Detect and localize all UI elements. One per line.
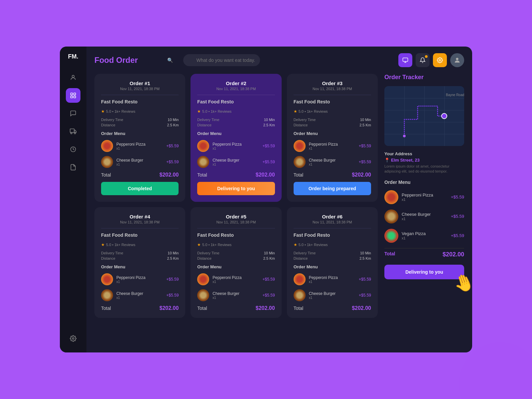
menu-item-qty-2: x1 bbox=[212, 296, 259, 300]
total-label: Total bbox=[294, 306, 304, 311]
notification-button[interactable] bbox=[416, 53, 430, 67]
menu-item-2: Cheese Burger x1 +$5.59 bbox=[101, 289, 179, 301]
right-menu-qty-2: x1 bbox=[402, 217, 448, 221]
order-6-total: Total $202.00 bbox=[294, 305, 371, 311]
delivery-time-value: 10 Min bbox=[360, 251, 371, 255]
rating-value: 5.0 • 1k+ Reviews bbox=[202, 109, 231, 113]
delivery-time-value: 10 Min bbox=[168, 251, 179, 255]
right-panel: Order Tracker bbox=[384, 74, 464, 346]
sidebar-item-chat[interactable] bbox=[66, 106, 80, 121]
right-menu-price-3: +$5.59 bbox=[451, 233, 464, 238]
body-area: Order #1 Nov 11, 2021, 18:38 PM Fast Foo… bbox=[86, 74, 472, 352]
order-3-menu-title: Order Menu bbox=[294, 131, 371, 136]
star-icon: ★ bbox=[197, 109, 201, 114]
order-4-menu-title: Order Menu bbox=[101, 264, 179, 269]
order-1-header: Order #1 Nov 11, 2021, 18:38 PM bbox=[101, 80, 179, 91]
distance-label: Distance bbox=[294, 123, 308, 127]
menu-item: Pepperoni Pizza x1 +$5.59 bbox=[101, 273, 179, 285]
order-1-menu-title: Order Menu bbox=[101, 131, 179, 136]
avatar[interactable] bbox=[450, 53, 464, 67]
tracker-title: Order Tracker bbox=[384, 74, 464, 81]
distance-value: 2.5 Km bbox=[359, 256, 371, 260]
orders-row-2: Order #4 Nov 11, 2021, 18:38 PM Fast Foo… bbox=[94, 207, 378, 318]
star-icon: ★ bbox=[294, 242, 297, 247]
order-1-delivery: Delivery Time 10 Min Distance 2.5 Km bbox=[101, 118, 179, 127]
rating-value: 5.0 • 1k+ Reviews bbox=[106, 109, 135, 113]
svg-point-0 bbox=[72, 75, 74, 77]
menu-item-name: Pepperoni Pizza bbox=[309, 275, 355, 280]
main-content: Food Order 🔍 bbox=[86, 47, 472, 352]
sidebar-item-menu[interactable] bbox=[66, 160, 80, 175]
order-1-total: Total $202.00 bbox=[101, 172, 179, 178]
order-2-delivery: Delivery Time 10 Min Distance 2.5 Km bbox=[197, 118, 275, 127]
menu-item-name: Pepperoni Pizza bbox=[309, 142, 355, 147]
order-6-rating: ★ 5.0 • 1k+ Reviews bbox=[294, 242, 371, 247]
menu-item-qty-2: x1 bbox=[309, 163, 355, 166]
order-2-header: Order #2 Nov 11, 2021, 18:38 PM bbox=[197, 80, 275, 91]
right-burger-image bbox=[384, 209, 398, 223]
order-4-rating: ★ 5.0 • 1k+ Reviews bbox=[101, 242, 179, 247]
menu-item-name: Pepperoni Pizza bbox=[212, 142, 259, 147]
total-amount: $202.00 bbox=[256, 305, 275, 311]
sidebar-item-profile[interactable] bbox=[66, 70, 80, 85]
distance-label: Distance bbox=[294, 256, 308, 260]
order-2-title: Order #2 bbox=[197, 80, 275, 86]
burger-image bbox=[294, 156, 306, 168]
settings-button[interactable] bbox=[433, 53, 447, 67]
order-5-menu-title: Order Menu bbox=[197, 264, 275, 269]
burger-image bbox=[101, 156, 113, 168]
delivery-time-row: Delivery Time 10 Min bbox=[101, 118, 179, 122]
svg-point-9 bbox=[72, 338, 74, 339]
distance-row: Distance 2.5 Km bbox=[101, 123, 179, 127]
svg-rect-1 bbox=[71, 93, 73, 95]
right-menu-item-2: Cheese Burger x1 +$5.59 bbox=[384, 209, 464, 223]
app-logo: FM. bbox=[68, 53, 78, 60]
menu-item-price: +$5.59 bbox=[263, 277, 275, 282]
svg-point-14 bbox=[456, 58, 458, 60]
completed-button[interactable]: Completed bbox=[101, 182, 179, 195]
menu-item-2: Cheese Burger x1 +$5.59 bbox=[294, 156, 371, 168]
distance-label: Distance bbox=[101, 256, 115, 260]
burger-image bbox=[101, 289, 113, 301]
order-4-restaurant: Fast Food Resto bbox=[101, 232, 179, 238]
sidebar-item-orders[interactable] bbox=[66, 88, 80, 103]
distance-label: Distance bbox=[101, 123, 115, 127]
right-total-label: Total bbox=[384, 251, 395, 258]
order-6-date: Nov 11, 2021, 18:38 PM bbox=[294, 220, 371, 224]
right-menu-item-1: Pepperoni Pizza x1 +$5.59 bbox=[384, 190, 464, 204]
order-3-title: Order #3 bbox=[294, 80, 371, 86]
delivering-button[interactable]: Delivering to you bbox=[197, 182, 275, 195]
right-menu-item-3: Vegan Pizza x1 +$5.59 bbox=[384, 229, 464, 243]
delivery-time-row: Delivery Time 10 Min bbox=[294, 251, 371, 255]
order-5-rating: ★ 5.0 • 1k+ Reviews bbox=[197, 242, 275, 247]
search-input[interactable] bbox=[183, 54, 260, 66]
sidebar-item-delivery[interactable] bbox=[66, 124, 80, 139]
address-label: Your Address bbox=[384, 151, 464, 156]
sidebar-item-settings[interactable] bbox=[66, 331, 80, 346]
sidebar-item-history[interactable] bbox=[66, 142, 80, 157]
menu-item-qty: x1 bbox=[116, 280, 163, 284]
svg-point-16 bbox=[442, 113, 447, 119]
orders-area: Order #1 Nov 11, 2021, 18:38 PM Fast Foo… bbox=[94, 74, 378, 346]
star-icon: ★ bbox=[101, 242, 105, 247]
distance-row: Distance 2.5 Km bbox=[101, 256, 179, 260]
right-total-row: Total $202.00 bbox=[384, 248, 464, 258]
right-vegan-image bbox=[384, 229, 398, 243]
menu-item-price: +$5.59 bbox=[359, 144, 371, 148]
right-menu-qty-3: x1 bbox=[402, 236, 448, 240]
rating-value: 5.0 • 1k+ Reviews bbox=[299, 243, 328, 247]
map-container: Bayne Road bbox=[384, 86, 464, 146]
menu-item-qty-2: x1 bbox=[309, 296, 355, 300]
order-4-date: Nov 11, 2021, 18:38 PM bbox=[101, 220, 179, 224]
screen-share-button[interactable] bbox=[398, 53, 412, 67]
menu-item-price-2: +$5.59 bbox=[359, 293, 371, 298]
order-3-divider bbox=[294, 95, 371, 95]
distance-value: 2.5 Km bbox=[263, 123, 275, 127]
total-amount: $202.00 bbox=[352, 172, 371, 178]
preparing-button[interactable]: Order being prepared bbox=[294, 182, 371, 195]
delivery-time-label: Delivery Time bbox=[197, 118, 219, 122]
svg-rect-10 bbox=[403, 58, 408, 62]
right-delivering-button[interactable]: Delivering to you bbox=[384, 265, 464, 279]
order-3-restaurant: Fast Food Resto bbox=[294, 99, 371, 104]
svg-rect-5 bbox=[70, 129, 74, 133]
